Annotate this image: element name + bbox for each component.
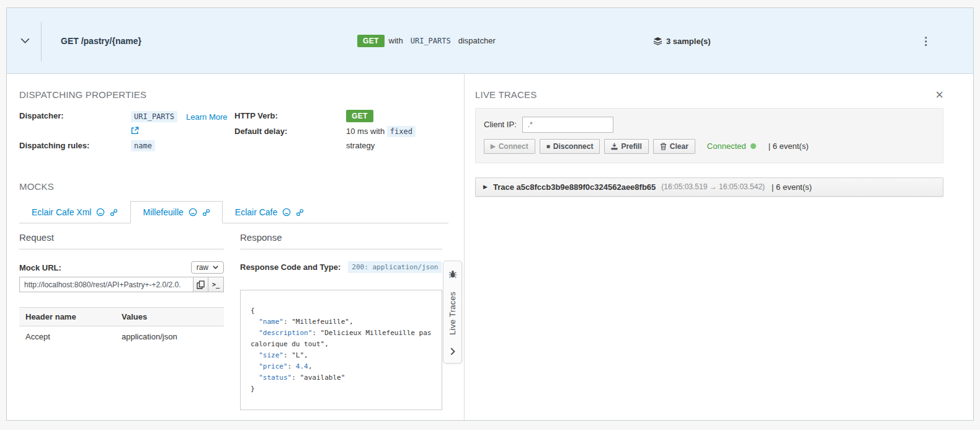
- request-headers-table: Header name Values Accept application/js…: [19, 307, 224, 345]
- caret-right-icon[interactable]: ▶: [483, 184, 488, 190]
- prefill-label: Prefill: [621, 142, 641, 151]
- dispatching-rules-label: Dispatching rules:: [19, 141, 131, 150]
- http-verb-label: HTTP Verb:: [234, 111, 346, 120]
- dispatcher-suffix: dispatcher: [458, 36, 496, 45]
- operation-card: GET /pastry/{name} GET with URI_PARTS di…: [6, 7, 974, 421]
- header-value-cell: application/json: [115, 326, 224, 346]
- left-column: DISPATCHING PROPERTIES Dispatcher: URI_P…: [7, 74, 465, 421]
- delay-text: 10 ms with: [346, 127, 385, 136]
- status-event-count: | 6 event(s): [768, 141, 809, 151]
- mock-url-input[interactable]: [19, 277, 193, 292]
- live-traces-toolbar: Client IP: ▶ Connect ■ Disconnect: [475, 108, 943, 163]
- smiley-icon[interactable]: [282, 208, 291, 217]
- mock-url-label: Mock URL:: [19, 263, 61, 272]
- external-link-icon[interactable]: [131, 127, 139, 135]
- client-ip-label: Client IP:: [484, 120, 517, 129]
- with-text: with: [389, 36, 403, 45]
- request-panel: Request Mock URL: raw: [19, 232, 224, 410]
- side-tab-label: Live Traces: [448, 292, 457, 335]
- dispatcher-chip: URI_PARTS: [408, 35, 454, 47]
- close-icon[interactable]: ×: [935, 89, 943, 101]
- trace-row[interactable]: ▶ Trace a5c8fccb3b9e889f0c324562aee8fb65…: [475, 177, 943, 197]
- method-badge: GET: [357, 35, 385, 47]
- dispatching-rules-value: name: [131, 140, 155, 151]
- bug-icon: [448, 269, 457, 279]
- format-select[interactable]: raw: [191, 261, 224, 274]
- mock-detail-columns: Request Mock URL: raw: [19, 232, 447, 410]
- smiley-icon[interactable]: [189, 208, 197, 217]
- connection-status: Connected: [707, 141, 756, 151]
- trace-event-count: | 6 event(s): [772, 182, 812, 192]
- samples-count: 3 sample(s): [653, 36, 711, 45]
- prefill-button[interactable]: Prefill: [604, 139, 648, 154]
- response-panel: Response Response Code and Type: 200: ap…: [240, 232, 442, 410]
- link-icon[interactable]: [296, 208, 304, 217]
- chevron-down-icon: [213, 266, 218, 269]
- client-ip-input[interactable]: [522, 117, 613, 133]
- copy-button[interactable]: [193, 277, 208, 292]
- header-name-cell: Accept: [19, 326, 115, 346]
- play-icon: ▶: [491, 143, 496, 150]
- tab-label: Eclair Cafe Xml: [32, 207, 91, 217]
- tab-eclair-cafe-xml[interactable]: Eclair Cafe Xml: [19, 201, 130, 223]
- clear-label: Clear: [670, 142, 688, 151]
- response-code-label: Response Code and Type:: [240, 262, 341, 272]
- smiley-icon[interactable]: [96, 208, 105, 217]
- trash-icon: [660, 143, 667, 150]
- operation-header: GET /pastry/{name} GET with URI_PARTS di…: [7, 8, 973, 74]
- tab-eclair-cafe[interactable]: Eclair Cafe: [223, 201, 316, 223]
- default-delay-label: Default delay:: [234, 127, 346, 136]
- column-values: Values: [115, 308, 224, 326]
- learn-more-link[interactable]: Learn More: [186, 112, 227, 122]
- live-traces-panel: LIVE TRACES × Client IP: ▶ Connect ■ Dis…: [465, 74, 973, 421]
- disconnect-button[interactable]: ■ Disconnect: [540, 139, 600, 154]
- terminal-icon: >_: [212, 281, 220, 288]
- format-select-value: raw: [197, 263, 208, 272]
- request-title: Request: [19, 232, 224, 249]
- dispatching-properties-title: DISPATCHING PROPERTIES: [19, 89, 447, 100]
- delay-suffix: strategy: [346, 141, 447, 150]
- response-body: { "name": "Millefeuille", "description":…: [240, 290, 442, 410]
- download-icon: [611, 143, 618, 150]
- stop-icon: ■: [546, 143, 550, 150]
- connected-dot: [751, 143, 756, 149]
- mock-url-group: >_: [19, 277, 224, 292]
- response-code-badge: 200: application/json: [348, 261, 442, 273]
- dispatcher-value: URI_PARTS: [131, 111, 177, 122]
- copy-icon: [197, 280, 205, 289]
- terminal-button[interactable]: >_: [208, 277, 224, 292]
- tab-label: Millefeuille: [143, 207, 183, 217]
- disconnect-label: Disconnect: [553, 142, 594, 151]
- kebab-menu-icon[interactable]: ⋮: [920, 35, 931, 46]
- link-icon[interactable]: [110, 208, 118, 217]
- table-row: Accept application/json: [19, 326, 224, 346]
- response-title: Response: [240, 232, 442, 249]
- link-icon[interactable]: [202, 208, 210, 217]
- main-content: DISPATCHING PROPERTIES Dispatcher: URI_P…: [7, 74, 973, 421]
- connect-label: Connect: [499, 142, 528, 151]
- tab-label: Eclair Cafe: [235, 207, 277, 217]
- live-traces-title: LIVE TRACES: [475, 89, 537, 100]
- column-header-name: Header name: [19, 308, 115, 326]
- tab-millefeuille[interactable]: Millefeuille: [130, 201, 222, 223]
- dispatcher-summary: GET with URI_PARTS dispatcher: [357, 35, 496, 47]
- trace-timestamps: (16:05:03.519 → 16:05:03.542): [661, 182, 765, 191]
- clear-button[interactable]: Clear: [653, 139, 695, 154]
- status-text: Connected: [707, 141, 746, 151]
- live-traces-side-tab[interactable]: Live Traces: [443, 261, 462, 364]
- operation-title: GET /pastry/{name}: [61, 36, 141, 46]
- mocks-tabs: Eclair Cafe Xml Millefeuille: [19, 201, 448, 223]
- collapse-chevron-down-icon[interactable]: [20, 38, 30, 43]
- chevron-right-icon[interactable]: [450, 347, 455, 356]
- dispatcher-label: Dispatcher:: [19, 111, 131, 120]
- mocks-title: MOCKS: [19, 181, 447, 192]
- layers-icon: [653, 36, 662, 45]
- http-verb-badge: GET: [346, 110, 373, 122]
- trace-title: Trace a5c8fccb3b9e889f0c324562aee8fb65: [493, 182, 656, 192]
- header-divider: [41, 22, 42, 61]
- dispatching-grid: Dispatcher: URI_PARTS Learn More HTTP Ve…: [19, 111, 447, 150]
- connect-button[interactable]: ▶ Connect: [484, 139, 535, 154]
- delay-strategy-chip: fixed: [387, 126, 416, 137]
- samples-label: 3 sample(s): [666, 36, 711, 45]
